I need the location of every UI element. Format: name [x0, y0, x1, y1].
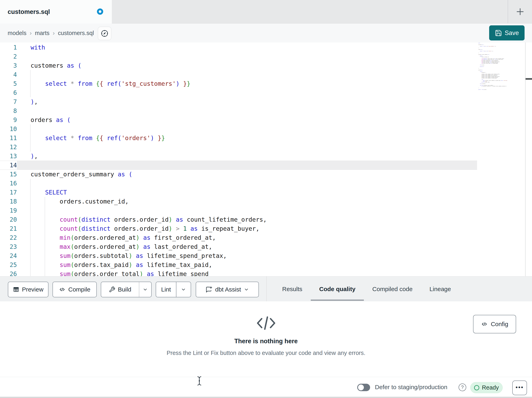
breadcrumb-item[interactable]: customers.sql: [58, 30, 94, 36]
dbt-assist-button[interactable]: dbt Assist: [196, 282, 259, 297]
code-text: orders as (: [17, 115, 71, 124]
ellipsis-icon: •••: [515, 384, 524, 391]
line-number[interactable]: 20: [0, 215, 17, 224]
code-text: customer_orders_summary as (: [17, 170, 132, 179]
line-number[interactable]: 1: [0, 43, 17, 52]
ide-window: customers.sql models›marts›customers.sql: [0, 0, 532, 398]
code-line[interactable]: 5 select * from {{ ref('stg_customers') …: [0, 79, 532, 88]
code-line[interactable]: 21 count(distinct orders.order_id) > 1 a…: [0, 224, 532, 233]
assist-sparkle-chat-icon: [205, 286, 213, 293]
code-line[interactable]: 16: [0, 179, 532, 188]
line-number[interactable]: 11: [0, 133, 17, 143]
line-number[interactable]: 12: [0, 143, 17, 152]
build-label: Build: [118, 286, 131, 293]
code-line[interactable]: 2: [0, 52, 532, 61]
code-line[interactable]: 12: [0, 143, 532, 152]
line-number[interactable]: 14: [0, 161, 17, 170]
code-line[interactable]: 9orders as (: [0, 115, 532, 124]
code-line[interactable]: 1with: [0, 43, 532, 52]
indent-guide: [30, 124, 31, 152]
code-editor[interactable]: 1with23customers as (45 select * from {{…: [0, 42, 532, 276]
code-text: sum(orders.tax_paid) as lifetime_tax_pai…: [17, 260, 212, 269]
code-line[interactable]: 6: [0, 88, 532, 97]
breadcrumb-item[interactable]: models: [8, 30, 26, 36]
line-number[interactable]: 8: [0, 106, 17, 115]
lint-dropdown-button[interactable]: [176, 287, 191, 292]
code-line[interactable]: 14: [0, 161, 477, 170]
code-line[interactable]: 18 orders.customer_id,: [0, 197, 532, 206]
code-line[interactable]: 22 min(orders.ordered_at) as first_order…: [0, 233, 532, 242]
code-line[interactable]: 17 SELECT: [0, 188, 532, 197]
line-number[interactable]: 2: [0, 52, 17, 61]
line-number[interactable]: 24: [0, 251, 17, 260]
table-icon: [13, 286, 19, 293]
code-line[interactable]: 15customer_orders_summary as (: [0, 170, 532, 179]
line-number[interactable]: 25: [0, 260, 17, 269]
tab-customers-sql[interactable]: customers.sql: [0, 0, 112, 24]
line-number[interactable]: 23: [0, 242, 17, 251]
code-line[interactable]: 3customers as (: [0, 61, 532, 70]
lint-button[interactable]: Lint: [156, 286, 176, 293]
toggle-knob: [358, 385, 364, 390]
panel-tab-code-quality[interactable]: Code quality: [311, 276, 364, 302]
line-number[interactable]: 6: [0, 88, 17, 97]
new-tab-button[interactable]: [514, 6, 526, 18]
defer-toggle[interactable]: [357, 384, 370, 391]
code-text: SELECT: [17, 188, 67, 197]
line-number[interactable]: 10: [0, 124, 17, 133]
editor-scrollbar-track: [525, 42, 526, 276]
build-dropdown-button[interactable]: [139, 287, 151, 292]
panel-tab-lineage[interactable]: Lineage: [421, 276, 459, 302]
line-number[interactable]: 17: [0, 188, 17, 197]
line-number[interactable]: 4: [0, 70, 17, 79]
code-line[interactable]: 23 max(orders.ordered_at) as last_ordere…: [0, 242, 532, 251]
code-text: sum(orders.order_total) as lifetime_spen…: [17, 269, 209, 276]
more-options-button[interactable]: •••: [512, 380, 527, 395]
line-number[interactable]: 16: [0, 179, 17, 188]
breadcrumb-bar: models›marts›customers.sql Save: [0, 24, 532, 43]
line-number[interactable]: 13: [0, 152, 17, 161]
panel-tab-results[interactable]: Results: [274, 276, 311, 302]
help-icon[interactable]: ?: [459, 384, 466, 391]
editor-toolbar: Preview Compile Build: [0, 276, 532, 302]
code-line[interactable]: 20 count(distinct orders.order_id) as co…: [0, 215, 532, 224]
save-button[interactable]: Save: [489, 25, 525, 40]
plus-icon: [515, 7, 525, 16]
code-text: orders.customer_id,: [17, 197, 129, 206]
build-button[interactable]: Build: [101, 286, 139, 293]
code-text: [17, 206, 31, 215]
preview-button[interactable]: Preview: [8, 282, 49, 297]
code-line[interactable]: 19: [0, 206, 532, 215]
code-line[interactable]: 13),: [0, 152, 532, 161]
line-number[interactable]: 3: [0, 61, 17, 70]
code-text: count(distinct orders.order_id) > 1 as i…: [17, 224, 260, 233]
code-line[interactable]: 11 select * from {{ ref('orders') }}: [0, 133, 532, 143]
format-button[interactable]: [98, 26, 111, 40]
line-number[interactable]: 7: [0, 97, 17, 106]
line-number[interactable]: 5: [0, 79, 17, 88]
panel-tab-compiled-code[interactable]: Compiled code: [364, 276, 421, 302]
config-button[interactable]: Config: [473, 315, 516, 333]
line-number[interactable]: 9: [0, 115, 17, 124]
code-text: [17, 52, 31, 61]
code-line[interactable]: 24 sum(orders.subtotal) as lifetime_spen…: [0, 251, 532, 260]
minimap[interactable]: with customers as ( select * from {{ ref…: [478, 43, 508, 103]
code-line[interactable]: 10: [0, 124, 532, 133]
code-line[interactable]: 7),: [0, 97, 532, 106]
line-number[interactable]: 21: [0, 224, 17, 233]
line-number[interactable]: 19: [0, 206, 17, 215]
line-number[interactable]: 22: [0, 233, 17, 242]
compile-button[interactable]: Compile: [52, 282, 97, 297]
line-number[interactable]: 18: [0, 197, 17, 206]
save-label: Save: [505, 29, 519, 37]
code-line[interactable]: 4: [0, 70, 532, 79]
code-line[interactable]: 25 sum(orders.tax_paid) as lifetime_tax_…: [0, 260, 532, 269]
line-number[interactable]: 15: [0, 170, 17, 179]
empty-state-title: There is nothing here: [0, 338, 532, 345]
status-badge[interactable]: Ready: [470, 382, 503, 393]
code-line[interactable]: 26 sum(orders.order_total) as lifetime_s…: [0, 269, 532, 276]
breadcrumb-separator: ›: [30, 30, 32, 36]
code-line[interactable]: 8: [0, 106, 532, 115]
line-number[interactable]: 26: [0, 269, 17, 276]
breadcrumb-item[interactable]: marts: [35, 30, 50, 36]
